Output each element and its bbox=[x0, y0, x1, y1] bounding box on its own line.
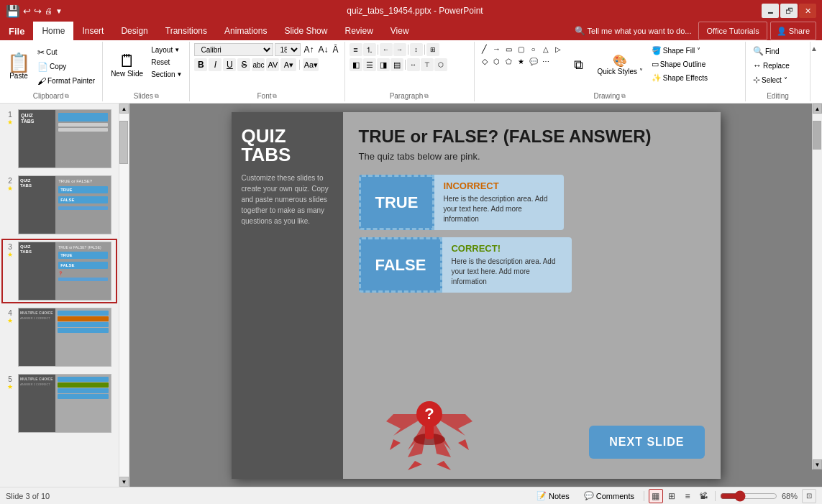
shape-outline-btn[interactable]: ▭ Shape Outline bbox=[649, 58, 711, 70]
animations-tab[interactable]: Animations bbox=[216, 22, 275, 40]
section-btn[interactable]: Section▼ bbox=[148, 69, 185, 80]
insert-tab[interactable]: Insert bbox=[73, 22, 112, 40]
comments-btn[interactable]: 💬 Comments bbox=[579, 490, 639, 502]
false-answer-btn[interactable]: FALSE bbox=[359, 237, 443, 293]
reading-view-btn[interactable]: ≡ bbox=[680, 489, 695, 503]
design-tab[interactable]: Design bbox=[112, 22, 156, 40]
shape-diamond[interactable]: ◇ bbox=[479, 55, 490, 67]
indent-increase-btn[interactable]: → bbox=[393, 43, 406, 56]
review-tab[interactable]: Review bbox=[336, 22, 381, 40]
text-direction-btn[interactable]: ↔ bbox=[407, 58, 420, 71]
layout-btn[interactable]: Layout▼ bbox=[148, 45, 185, 55]
notes-btn[interactable]: 📝 Notes bbox=[531, 490, 575, 502]
align-right-btn[interactable]: ◨ bbox=[377, 58, 390, 71]
shape-ellipse[interactable]: ○ bbox=[528, 43, 539, 55]
normal-view-btn[interactable]: ▦ bbox=[649, 489, 663, 503]
undo-icon[interactable]: ↩ bbox=[23, 6, 31, 17]
next-slide-btn[interactable]: NEXT SLIDE bbox=[589, 426, 704, 459]
slide-thumb-3[interactable]: 3 ★ QUIZTABS TRUE or FALSE? (FALSE) TRUE… bbox=[3, 240, 116, 302]
line-spacing-btn[interactable]: ↕ bbox=[410, 43, 423, 56]
slideshow-tab[interactable]: Slide Show bbox=[275, 22, 336, 40]
panel-scroll-down-btn[interactable]: ▼ bbox=[119, 477, 129, 487]
shape-effects-btn[interactable]: ✨ Shape Effects bbox=[649, 72, 711, 84]
select-btn[interactable]: ⊹ Select ˅ bbox=[750, 73, 805, 86]
shape-more[interactable]: ⋯ bbox=[540, 55, 552, 67]
save-icon[interactable]: 💾 bbox=[6, 4, 20, 18]
clear-format-btn[interactable]: Ā bbox=[331, 44, 339, 55]
align-center-btn[interactable]: ☰ bbox=[363, 58, 376, 71]
shape-arrow[interactable]: → bbox=[491, 43, 503, 55]
drawing-expand-icon[interactable]: ⧉ bbox=[621, 93, 626, 100]
indent-decrease-btn[interactable]: ← bbox=[380, 43, 393, 56]
numbering-btn[interactable]: ⒈ bbox=[363, 43, 376, 56]
new-slide-btn[interactable]: 🗒 New Slide bbox=[107, 43, 147, 86]
underline-btn[interactable]: U bbox=[223, 58, 236, 71]
paragraph-expand-icon[interactable]: ⧉ bbox=[424, 93, 429, 100]
italic-btn[interactable]: I bbox=[209, 58, 222, 71]
home-tab[interactable]: Home bbox=[33, 22, 73, 40]
shape-hex[interactable]: ⬡ bbox=[491, 55, 503, 67]
panel-scroll-up-btn[interactable]: ▲ bbox=[119, 104, 129, 114]
quick-styles-btn[interactable]: 🎨 Quick Styles ˅ bbox=[594, 43, 647, 86]
shape-line[interactable]: ╱ bbox=[479, 43, 490, 55]
slideshow-view-btn[interactable]: 📽 bbox=[696, 489, 711, 503]
font-size-select[interactable]: 18 bbox=[275, 43, 301, 56]
shape-tri[interactable]: △ bbox=[540, 43, 552, 55]
slide-thumb-2[interactable]: 2 ★ QUIZTABS TRUE or FALSE? TRUE FALSE bbox=[3, 174, 116, 236]
font-color-btn[interactable]: A▾ bbox=[280, 58, 296, 71]
slide-thumb-5[interactable]: 5 ★ MULTIPLE CHOICE ANSWER 2 CORRECT bbox=[3, 372, 116, 434]
font-expand-icon[interactable]: ⧉ bbox=[273, 93, 277, 100]
shape-fill-btn[interactable]: 🪣 Shape Fill ˅ bbox=[649, 45, 711, 57]
print-icon[interactable]: 🖨 bbox=[45, 6, 52, 15]
align-text-btn[interactable]: ⊤ bbox=[421, 58, 434, 71]
slides-expand-icon[interactable]: ⧉ bbox=[155, 93, 159, 100]
fit-slide-btn[interactable]: ⊡ bbox=[802, 489, 816, 503]
true-answer-btn[interactable]: TRUE bbox=[359, 175, 435, 230]
canvas-scroll-down-btn[interactable]: ▼ bbox=[813, 459, 822, 469]
slide-panel-scroll[interactable]: 1 ★ QUIZTABS bbox=[0, 104, 119, 487]
font-size-down-btn[interactable]: A↓ bbox=[316, 44, 329, 55]
file-tab[interactable]: File bbox=[0, 22, 33, 40]
reset-btn[interactable]: Reset bbox=[148, 57, 185, 68]
shape-rect[interactable]: ▭ bbox=[503, 43, 515, 55]
canvas-scroll-thumb[interactable] bbox=[813, 121, 821, 150]
shape-pent[interactable]: ⬠ bbox=[503, 55, 515, 67]
window-minimize-btn[interactable]: 🗕 bbox=[762, 4, 779, 18]
justify-btn[interactable]: ▤ bbox=[391, 58, 403, 71]
shape-round-rect[interactable]: ▢ bbox=[516, 43, 527, 55]
view-tab[interactable]: View bbox=[382, 22, 418, 40]
slide-thumb-4[interactable]: 4 ★ MULTIPLE CHOICE ANSWER 1 CORRECT bbox=[3, 306, 116, 368]
ribbon-collapse-btn[interactable]: ▲ bbox=[810, 42, 822, 101]
bullets-btn[interactable]: ≡ bbox=[350, 43, 362, 56]
redo-icon[interactable]: ↪ bbox=[34, 6, 42, 17]
char-case-btn[interactable]: Aa▾ bbox=[303, 58, 319, 71]
window-close-btn[interactable]: ✕ bbox=[799, 4, 816, 18]
shadow-btn[interactable]: abc bbox=[252, 58, 265, 71]
shape-callout[interactable]: 💬 bbox=[528, 55, 539, 67]
smartart-btn[interactable]: ⬡ bbox=[434, 58, 447, 71]
replace-btn[interactable]: ↔ Replace bbox=[750, 59, 805, 72]
canvas-scroll-up-btn[interactable]: ▲ bbox=[813, 104, 822, 114]
shape-rtri[interactable]: ▷ bbox=[552, 43, 564, 55]
zoom-slider[interactable] bbox=[720, 492, 777, 500]
clipboard-expand-icon[interactable]: ⧉ bbox=[65, 93, 69, 100]
dropdown-icon[interactable]: ▼ bbox=[55, 7, 63, 15]
slide-sorter-btn[interactable]: ⊞ bbox=[665, 489, 679, 503]
columns-btn[interactable]: ⊞ bbox=[426, 43, 439, 56]
align-left-btn[interactable]: ◧ bbox=[350, 58, 362, 71]
strikethrough-btn[interactable]: S bbox=[237, 58, 250, 71]
cut-btn[interactable]: ✂ Cut bbox=[35, 46, 98, 59]
tell-me-search[interactable]: 🔍 Tell me what you want to do... bbox=[567, 22, 699, 40]
window-restore-btn[interactable]: 🗗 bbox=[780, 4, 798, 18]
copy-btn[interactable]: 📄 Copy bbox=[35, 60, 98, 73]
format-painter-btn[interactable]: 🖌 Format Painter bbox=[35, 75, 98, 88]
font-family-select[interactable]: Calibri bbox=[194, 43, 273, 56]
bold-btn[interactable]: B bbox=[194, 58, 207, 71]
arrange-btn[interactable]: ⧉ bbox=[566, 43, 592, 86]
shape-star[interactable]: ★ bbox=[516, 55, 527, 67]
panel-scroll-thumb[interactable] bbox=[119, 121, 128, 164]
office-tutorials-btn[interactable]: Office Tutorials bbox=[698, 22, 767, 40]
slide-thumb-1[interactable]: 1 ★ QUIZTABS bbox=[3, 108, 116, 170]
share-btn[interactable]: 👤 Share bbox=[770, 22, 816, 40]
font-size-up-btn[interactable]: A↑ bbox=[302, 44, 315, 55]
